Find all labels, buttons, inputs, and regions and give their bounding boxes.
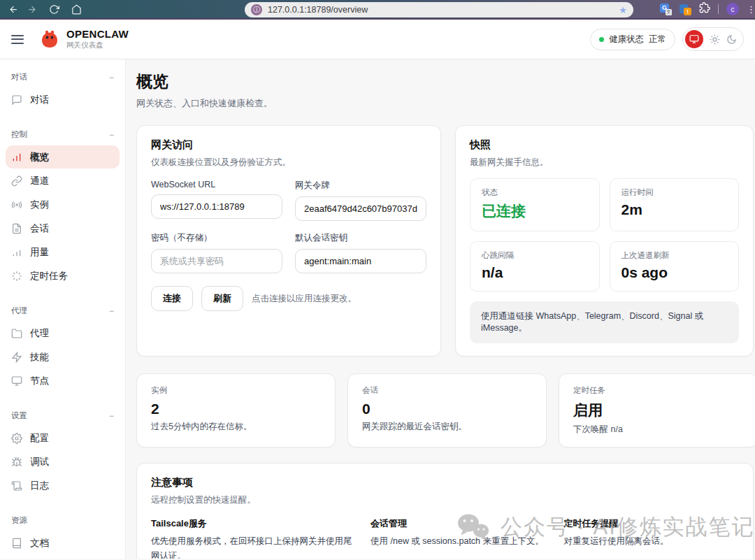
instances-value: 2 xyxy=(151,401,321,417)
back-icon[interactable] xyxy=(4,1,22,17)
collapse-icon[interactable]: − xyxy=(109,411,114,421)
sidebar-item-docs[interactable]: 文档 xyxy=(6,531,120,554)
note-session-management: 会话管理 使用 /new 或 sessions.patch 来重置上下文。 xyxy=(371,517,545,559)
status-tile: 状态 已连接 xyxy=(470,178,600,231)
sidebar-section-resources[interactable]: 资源 xyxy=(11,515,114,526)
page-title: 概览 xyxy=(136,71,755,92)
site-info-icon[interactable]: ⓘ xyxy=(251,4,262,15)
sidebar: 对话 − 对话 控制 − 概览 通道 实例 xyxy=(0,59,126,559)
sidebar-item-overview[interactable]: 概览 xyxy=(6,145,120,168)
monitor-icon xyxy=(689,34,699,44)
extensions-icon[interactable] xyxy=(699,2,710,16)
moon-icon xyxy=(726,34,737,45)
password-label: 密码（不存储） xyxy=(151,232,282,244)
book-icon xyxy=(11,538,22,549)
sessions-value: 0 xyxy=(362,401,532,417)
openclaw-logo-icon xyxy=(39,29,60,50)
uptime-value: 2m xyxy=(621,201,728,218)
connect-button[interactable]: 连接 xyxy=(151,286,193,311)
brand: OPENCLAW 网关仪表盘 xyxy=(39,28,129,50)
sidebar-item-chat[interactable]: 对话 xyxy=(6,88,120,111)
sidebar-section-control[interactable]: 控制 − xyxy=(11,129,114,140)
collapse-icon[interactable]: − xyxy=(109,73,114,82)
note-tailscale: Tailscale服务 优先使用服务模式，在回环接口上保持网关并使用尾网认证。 xyxy=(151,517,352,559)
sidebar-item-nodes[interactable]: 节点 xyxy=(6,369,120,392)
folder-icon xyxy=(11,328,22,339)
gateway-token-input[interactable] xyxy=(295,196,426,221)
sidebar-item-logs[interactable]: 日志 xyxy=(6,474,120,497)
cron-stat-card: 定时任务 启用 下次唤醒 n/a xyxy=(559,373,755,447)
notes-card-subtitle: 远程控制设置的快速提醒。 xyxy=(151,494,739,506)
password-input[interactable] xyxy=(151,249,282,273)
snapshot-card-subtitle: 最新网关握手信息。 xyxy=(470,157,739,168)
chat-icon xyxy=(11,94,22,106)
reload-icon[interactable] xyxy=(45,1,63,17)
home-icon[interactable] xyxy=(67,1,85,17)
brand-subtitle: 网关仪表盘 xyxy=(66,41,129,50)
refresh-button[interactable]: 刷新 xyxy=(201,286,243,311)
bookmark-star-icon[interactable]: ★ xyxy=(619,5,627,15)
theme-toggle xyxy=(682,27,744,51)
health-label: 健康状态 xyxy=(609,34,644,45)
sidebar-section-chat[interactable]: 对话 − xyxy=(11,72,114,82)
sidebar-section-agents[interactable]: 代理 − xyxy=(11,306,114,316)
collapse-icon[interactable]: − xyxy=(109,306,114,316)
channel-refresh-tile: 上次通道刷新 0s ago xyxy=(610,241,740,292)
sidebar-item-instances[interactable]: 实例 xyxy=(6,193,120,216)
gateway-token-label: 网关令牌 xyxy=(295,180,426,192)
gateway-card-title: 网关访问 xyxy=(151,138,426,152)
health-dot-icon xyxy=(599,37,604,42)
health-value: 正常 xyxy=(649,34,666,45)
url-text[interactable]: 127.0.0.1:18789/overview xyxy=(268,5,613,15)
sidebar-item-usage[interactable]: 用量 xyxy=(6,240,120,264)
snapshot-card-title: 快照 xyxy=(470,138,739,152)
bug-icon xyxy=(11,457,22,468)
sidebar-item-sessions[interactable]: 会话 xyxy=(6,217,120,240)
gateway-card-subtitle: 仪表板连接位置以及身份验证方式。 xyxy=(151,157,426,168)
usage-chart-icon xyxy=(11,247,22,258)
sidebar-item-debug[interactable]: 调试 xyxy=(6,450,120,473)
browser-profile-avatar[interactable]: c xyxy=(726,3,739,15)
websocket-url-input[interactable] xyxy=(151,194,282,219)
app-header: OPENCLAW 网关仪表盘 健康状态 正常 xyxy=(0,20,755,59)
sessions-stat-card: 会话 0 网关跟踪的最近会话密钥。 xyxy=(347,373,547,447)
translate-icon[interactable]: G文 xyxy=(660,3,672,15)
theme-dark-button[interactable] xyxy=(726,34,737,45)
file-icon xyxy=(11,223,22,234)
sidebar-item-cron[interactable]: 定时任务 xyxy=(6,264,120,287)
sidebar-item-skills[interactable]: 技能 xyxy=(6,345,120,368)
theme-system-button[interactable] xyxy=(685,30,703,48)
channels-banner: 使用通道链接 WhatsApp、Telegram、Discord、Signal … xyxy=(470,301,739,343)
snapshot-card: 快照 最新网关握手信息。 状态 已连接 运行时间 2m 心跳间隔 n/a xyxy=(455,125,754,357)
sidebar-item-config[interactable]: 配置 xyxy=(6,426,120,450)
loader-icon xyxy=(11,271,22,282)
monitor-icon xyxy=(11,375,22,387)
heartbeat-value: n/a xyxy=(482,264,588,281)
scroll-icon xyxy=(11,480,22,491)
address-bar[interactable]: ⓘ 127.0.0.1:18789/overview ★ xyxy=(245,2,633,17)
broadcast-icon xyxy=(11,199,22,210)
zap-icon xyxy=(11,352,22,363)
sidebar-item-agents[interactable]: 代理 xyxy=(6,322,120,345)
page-subtitle: 网关状态、入口和快速健康检查。 xyxy=(136,97,755,110)
sidebar-item-channels[interactable]: 通道 xyxy=(6,169,120,192)
theme-light-button[interactable] xyxy=(710,34,720,45)
channel-refresh-value: 0s ago xyxy=(621,264,728,281)
uptime-tile: 运行时间 2m xyxy=(610,178,740,231)
link-icon xyxy=(11,175,22,187)
health-status-badge: 健康状态 正常 xyxy=(590,29,675,50)
note-cron-reminder: 定时任务提醒 对重复运行使用隔离会话。 xyxy=(564,517,739,559)
hamburger-menu-icon[interactable] xyxy=(11,35,24,44)
session-key-input[interactable] xyxy=(295,249,426,273)
notification-badge-icon[interactable]: ! xyxy=(680,3,691,15)
collapse-icon[interactable]: − xyxy=(109,130,114,140)
status-value: 已连接 xyxy=(482,201,588,221)
browser-menu-icon[interactable]: ⋮ xyxy=(747,4,754,15)
sidebar-section-settings[interactable]: 设置 − xyxy=(11,410,114,421)
forward-icon[interactable] xyxy=(22,1,41,17)
instances-stat-card: 实例 2 过去5分钟内的存在信标。 xyxy=(136,373,336,447)
toolbar-divider xyxy=(718,4,719,14)
session-key-label: 默认会话密钥 xyxy=(295,232,426,244)
notes-card-title: 注意事项 xyxy=(151,476,739,489)
browser-toolbar: ⓘ 127.0.0.1:18789/overview ★ G文 ! c ⋮ xyxy=(0,0,755,20)
